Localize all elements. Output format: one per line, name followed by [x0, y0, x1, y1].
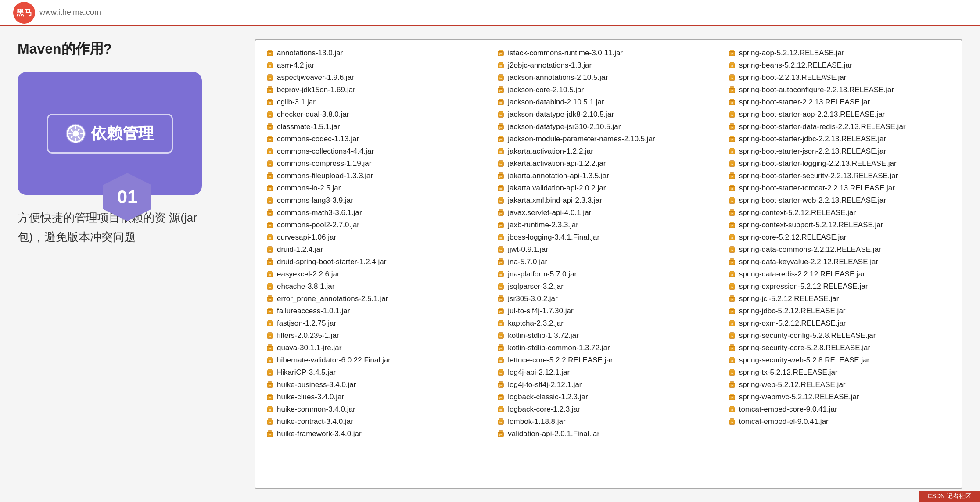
svg-text:jar: jar — [268, 323, 271, 325]
jar-icon: jar — [496, 258, 505, 266]
svg-text:jar: jar — [268, 114, 271, 116]
jar-icon: jar — [266, 159, 274, 168]
list-item: jar classmate-1.5.1.jar — [262, 121, 493, 133]
svg-text:jar: jar — [268, 249, 271, 251]
jar-name: logback-core-1.2.3.jar — [508, 405, 580, 414]
jar-icon: jar — [266, 61, 274, 70]
list-item: jar validation-api-2.0.1.Final.jar — [493, 428, 724, 440]
jar-name: spring-data-keyvalue-2.2.12.RELEASE.jar — [739, 258, 879, 266]
svg-text:jar: jar — [268, 225, 271, 227]
jar-icon: jar — [496, 172, 505, 180]
jar-icon: jar — [266, 368, 274, 377]
jar-name: lombok-1.18.8.jar — [508, 417, 565, 426]
svg-rect-278 — [730, 394, 734, 396]
svg-rect-116 — [499, 124, 503, 126]
section-title: Maven的作用? — [18, 39, 237, 59]
svg-rect-104 — [499, 75, 503, 76]
svg-text:jar: jar — [730, 323, 733, 325]
svg-rect-152 — [499, 271, 503, 273]
list-item: jar commons-fileupload-1.3.3.jar — [262, 170, 493, 182]
svg-rect-173 — [499, 357, 503, 359]
jar-name: cglib-3.1.jar — [277, 98, 316, 107]
jar-icon: jar — [266, 344, 274, 352]
svg-text:jar: jar — [268, 286, 271, 288]
svg-rect-251 — [730, 283, 734, 285]
jar-icon: jar — [266, 405, 274, 414]
jar-icon: jar — [728, 122, 736, 131]
jar-icon: jar — [496, 430, 505, 438]
jar-icon: jar — [728, 294, 736, 303]
jar-icon: jar — [496, 319, 505, 328]
svg-rect-227 — [730, 185, 734, 187]
svg-rect-2 — [268, 50, 272, 52]
list-item: jar commons-io-2.5.jar — [262, 182, 493, 194]
jar-icon: jar — [728, 98, 736, 107]
list-item: jar commons-pool2-2.7.0.jar — [262, 219, 493, 231]
svg-rect-176 — [499, 369, 503, 371]
jar-name: jackson-datatype-jdk8-2.10.5.jar — [508, 110, 614, 119]
svg-rect-146 — [499, 247, 503, 248]
svg-text:jar: jar — [268, 77, 271, 79]
svg-text:jar: jar — [499, 249, 503, 251]
svg-rect-137 — [499, 210, 503, 212]
jar-name: spring-jdbc-5.2.12.RELEASE.jar — [739, 307, 846, 316]
jar-icon: jar — [496, 331, 505, 340]
svg-text:jar: jar — [268, 151, 271, 153]
jar-name: logback-classic-1.2.3.jar — [508, 393, 588, 402]
svg-text:jar: jar — [730, 360, 733, 362]
svg-text:jar: jar — [268, 397, 271, 399]
svg-text:jar: jar — [730, 151, 733, 153]
list-item: jar logback-classic-1.2.3.jar — [493, 391, 724, 403]
jar-icon: jar — [266, 307, 274, 316]
jar-name: easyexcel-2.2.6.jar — [277, 270, 340, 279]
svg-rect-44 — [268, 222, 272, 224]
wrench-icon — [66, 124, 86, 143]
jar-column-3: jar spring-aop-5.2.12.RELEASE.jar jar sp… — [724, 47, 955, 481]
jar-column-2: jar istack-commons-runtime-3.0.11.jar ja… — [493, 47, 724, 481]
jar-name: kotlin-stdlib-common-1.3.72.jar — [508, 344, 610, 352]
svg-rect-206 — [730, 99, 734, 101]
svg-text:jar: jar — [499, 212, 503, 215]
jar-name: spring-web-5.2.12.RELEASE.jar — [739, 380, 846, 389]
svg-rect-236 — [730, 222, 734, 224]
jar-name: commons-math3-3.6.1.jar — [277, 208, 362, 217]
jar-icon: jar — [728, 172, 736, 180]
svg-text:jar: jar — [499, 151, 503, 153]
jar-name: guava-30.1.1-jre.jar — [277, 344, 341, 352]
list-item: jar log4j-to-slf4j-2.12.1.jar — [493, 379, 724, 391]
svg-rect-8 — [268, 75, 272, 76]
jar-name: druid-1.2.4.jar — [277, 245, 323, 254]
list-item: jar easyexcel-2.2.6.jar — [262, 268, 493, 280]
jar-icon: jar — [266, 135, 274, 143]
jar-name: huike-framework-3.4.0.jar — [277, 430, 362, 438]
jar-name: commons-codec-1.13.jar — [277, 135, 359, 143]
svg-text:jar: jar — [268, 274, 271, 276]
jar-icon: jar — [728, 258, 736, 266]
svg-text:jar: jar — [730, 298, 733, 301]
svg-text:jar: jar — [499, 360, 503, 362]
svg-rect-167 — [499, 333, 503, 334]
svg-rect-59 — [268, 283, 272, 285]
svg-rect-74 — [268, 345, 272, 347]
svg-text:jar: jar — [730, 421, 733, 423]
jar-name: jakarta.activation-api-1.2.2.jar — [508, 159, 606, 168]
jar-icon: jar — [728, 245, 736, 254]
svg-rect-158 — [499, 296, 503, 298]
svg-text:jar: jar — [730, 200, 733, 202]
list-item: jar spring-webmvc-5.2.12.RELEASE.jar — [724, 391, 955, 403]
jar-icon: jar — [496, 98, 505, 107]
svg-text:jar: jar — [499, 65, 503, 67]
svg-text:jar: jar — [499, 126, 503, 129]
svg-text:jar: jar — [499, 163, 503, 165]
jar-name: tomcat-embed-core-9.0.41.jar — [739, 405, 837, 414]
svg-text:jar: jar — [499, 102, 503, 104]
list-item: jar tomcat-embed-el-9.0.41.jar — [724, 416, 955, 428]
jar-name: spring-expression-5.2.12.RELEASE.jar — [739, 282, 868, 291]
list-item: jar jackson-databind-2.10.5.1.jar — [493, 96, 724, 108]
bottom-bar: CSDN 记者社区 — [919, 491, 980, 502]
svg-text:jar: jar — [499, 286, 503, 288]
svg-rect-50 — [268, 247, 272, 248]
list-item: jar spring-oxm-5.2.12.RELEASE.jar — [724, 317, 955, 330]
list-item: jar spring-data-commons-2.2.12.RELEASE.j… — [724, 244, 955, 256]
jar-name: spring-boot-starter-aop-2.2.13.RELEASE.j… — [739, 110, 885, 119]
